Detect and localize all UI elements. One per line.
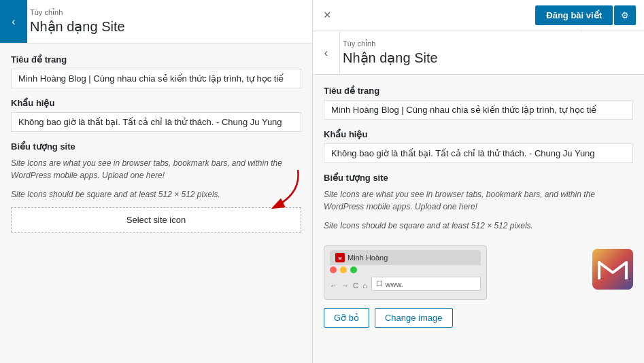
left-panel-title: Nhận dạng Site bbox=[30, 18, 301, 35]
right-field-group-slogan: Khẩu hiệu bbox=[324, 129, 633, 163]
dot-red bbox=[330, 266, 337, 273]
left-panel-header: ‹ Tùy chỉnh Nhận dạng Site bbox=[0, 0, 312, 44]
browser-address-bar: ☐ www. bbox=[371, 277, 481, 291]
right-site-icon-desc1: Site Icons are what you see in browser t… bbox=[324, 188, 633, 213]
refresh-icon: C bbox=[353, 281, 358, 290]
dot-yellow bbox=[340, 266, 347, 273]
left-back-button[interactable]: ‹ bbox=[0, 0, 27, 43]
svg-text:M: M bbox=[339, 256, 342, 260]
right-field-group-title: Tiêu đề trang bbox=[324, 86, 633, 120]
right-breadcrumb: Tùy chỉnh bbox=[343, 39, 633, 48]
field-group-title: Tiêu đề trang bbox=[11, 54, 301, 88]
right-field-label-title: Tiêu đề trang bbox=[324, 86, 633, 96]
right-field-group-icon: Biểu tượng site Site Icons are what you … bbox=[324, 173, 633, 328]
page-icon: ☐ bbox=[376, 279, 383, 288]
field-group-slogan: Khẩu hiệu bbox=[11, 98, 301, 132]
left-panel: ‹ Tùy chỉnh Nhận dạng Site Tiêu đề trang… bbox=[0, 0, 313, 363]
gear-button[interactable]: ⚙ bbox=[614, 5, 636, 25]
dot-green bbox=[350, 266, 357, 273]
remove-image-button[interactable]: Gỡ bỏ bbox=[324, 308, 369, 328]
publish-button[interactable]: Đăng bài viết bbox=[535, 5, 613, 25]
close-button[interactable]: × bbox=[321, 8, 334, 22]
site-icon-label: Biểu tượng site bbox=[11, 141, 301, 152]
right-panel-body: Tiêu đề trang Khẩu hiệu Biểu tượng site … bbox=[313, 75, 644, 363]
select-site-icon-button[interactable]: Select site icon bbox=[11, 207, 301, 232]
topbar-right: Đăng bài viết ⚙ bbox=[535, 5, 636, 25]
field-label-slogan: Khẩu hiệu bbox=[11, 98, 301, 108]
site-icon-svg bbox=[592, 249, 633, 290]
right-back-button[interactable]: ‹ bbox=[313, 31, 340, 74]
browser-preview-row: M Minh Hoàng ← bbox=[324, 239, 633, 300]
left-breadcrumb: Tùy chỉnh bbox=[30, 8, 301, 17]
site-icon-preview bbox=[592, 249, 633, 290]
back-arrow-icon: ← bbox=[330, 281, 337, 290]
site-icon-desc2: Site Icons should be square and at least… bbox=[11, 188, 301, 201]
browser-dots bbox=[330, 266, 481, 273]
right-slogan-input[interactable] bbox=[324, 143, 633, 163]
change-image-button[interactable]: Change image bbox=[375, 308, 453, 328]
browser-tab: M Minh Hoàng bbox=[330, 250, 481, 265]
right-panel-header: ‹ Tùy chỉnh Nhận dạng Site bbox=[313, 31, 644, 75]
field-group-icon: Biểu tượng site Site Icons are what you … bbox=[11, 141, 301, 232]
forward-arrow-icon: → bbox=[341, 281, 349, 290]
browser-mockup: M Minh Hoàng ← bbox=[324, 245, 487, 300]
slogan-input[interactable] bbox=[11, 112, 301, 132]
title-input[interactable] bbox=[11, 69, 301, 88]
field-label-title: Tiêu đề trang bbox=[11, 54, 301, 65]
browser-favicon: M bbox=[335, 253, 345, 262]
browser-tab-label: Minh Hoàng bbox=[348, 254, 388, 262]
site-icon-desc1: Site Icons are what you see in browser t… bbox=[11, 157, 301, 182]
right-title-input[interactable] bbox=[324, 100, 633, 120]
home-icon: ⌂ bbox=[362, 281, 367, 290]
action-buttons: Gỡ bỏ Change image bbox=[324, 308, 633, 328]
right-site-icon-desc2: Site Icons should be square and at least… bbox=[324, 220, 633, 232]
right-site-icon-label: Biểu tượng site bbox=[324, 173, 633, 183]
right-panel: × Đăng bài viết ⚙ ‹ Tùy chỉnh Nhận bbox=[313, 0, 644, 363]
right-panel-title: Nhận dạng Site bbox=[343, 50, 633, 66]
right-topbar: × Đăng bài viết ⚙ bbox=[313, 0, 644, 31]
address-text: www. bbox=[386, 280, 403, 288]
left-panel-body: Tiêu đề trang Khẩu hiệu Biểu tượng site … bbox=[0, 44, 312, 363]
right-field-label-slogan: Khẩu hiệu bbox=[324, 129, 633, 139]
browser-nav: ← → C ⌂ ☐ www. bbox=[330, 277, 481, 294]
